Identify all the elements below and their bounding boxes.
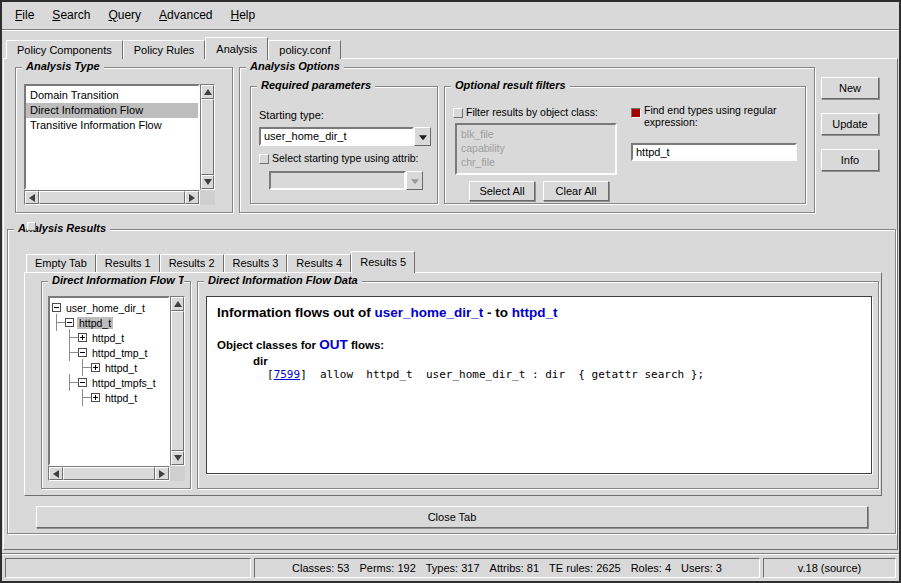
object-class-option: chr_file bbox=[457, 155, 615, 169]
flow-data-title: Direct Information Flow Data bbox=[204, 274, 362, 286]
scroll-up-icon[interactable] bbox=[201, 85, 214, 99]
flow-data-text[interactable]: Information flows out of user_home_dir_t… bbox=[206, 296, 872, 474]
filter-object-class-checkbox[interactable] bbox=[453, 108, 463, 118]
tab-policy-rules[interactable]: Policy Rules bbox=[123, 40, 206, 59]
analysis-type-option[interactable]: Domain Transition bbox=[26, 88, 198, 103]
close-tab-button[interactable]: Close Tab bbox=[36, 506, 868, 528]
status-stat: Perms: 192 bbox=[360, 562, 416, 574]
scrollbar-thumb[interactable] bbox=[63, 467, 155, 480]
analysis-type-list[interactable]: Domain TransitionDirect Information Flow… bbox=[24, 84, 200, 190]
scroll-up-icon[interactable] bbox=[171, 297, 184, 311]
tree-node-label[interactable]: httpd_t bbox=[103, 362, 139, 374]
object-class-option: blk_file bbox=[457, 127, 615, 141]
tab-policy-components[interactable]: Policy Components bbox=[6, 40, 123, 59]
scrollbar-track[interactable] bbox=[171, 311, 184, 451]
tree-node-label[interactable]: httpd_t bbox=[103, 392, 139, 404]
results-tab-results-2[interactable]: Results 2 bbox=[160, 254, 224, 272]
bottom-separator bbox=[2, 553, 899, 555]
tree-row[interactable]: httpd_t bbox=[50, 330, 168, 345]
menu-advanced[interactable]: Advanced bbox=[150, 4, 221, 26]
tree-row[interactable]: httpd_t bbox=[50, 390, 168, 405]
optional-filters-group: Optional result filters Filter results b… bbox=[444, 86, 806, 204]
tree-row[interactable]: httpd_tmpfs_t bbox=[50, 375, 168, 390]
new-button[interactable]: New bbox=[821, 77, 879, 99]
status-version: v.18 (source) bbox=[763, 558, 896, 578]
flow-data-group: Direct Information Flow Data Information… bbox=[197, 281, 879, 489]
plus-expander-icon[interactable] bbox=[78, 333, 87, 342]
pane-resize-handle[interactable] bbox=[27, 222, 36, 231]
minus-expander-icon[interactable] bbox=[78, 348, 87, 357]
scroll-down-icon[interactable] bbox=[201, 175, 214, 189]
object-class-name: dir bbox=[253, 355, 861, 367]
select-all-button[interactable]: Select All bbox=[469, 181, 535, 201]
status-stat: Users: 3 bbox=[681, 562, 722, 574]
scroll-right-icon[interactable] bbox=[155, 467, 169, 480]
minus-expander-icon[interactable] bbox=[65, 318, 74, 327]
plus-expander-icon[interactable] bbox=[91, 363, 100, 372]
flow-tree-group: Direct Information Flow T user_home_dir_… bbox=[41, 281, 191, 489]
tree-connector bbox=[65, 375, 78, 390]
rule-number-link[interactable]: 7599 bbox=[274, 368, 301, 381]
regex-checkbox[interactable] bbox=[631, 108, 641, 118]
analysis-type-hscrollbar[interactable] bbox=[24, 190, 200, 205]
scrollbar-thumb[interactable] bbox=[201, 99, 214, 175]
tree-row[interactable]: httpd_t bbox=[50, 360, 168, 375]
menu-help[interactable]: Help bbox=[221, 4, 264, 26]
analysis-type-option[interactable]: Direct Information Flow bbox=[26, 103, 198, 118]
menu-file[interactable]: File bbox=[6, 4, 43, 26]
apol-window: FileSearchQueryAdvancedHelp Policy Compo… bbox=[0, 0, 901, 583]
menu-query[interactable]: Query bbox=[99, 4, 150, 26]
analysis-type-option[interactable]: Transitive Information Flow bbox=[26, 118, 198, 133]
status-stat: Types: 317 bbox=[426, 562, 480, 574]
results-tab-results-5[interactable]: Results 5 bbox=[351, 251, 415, 273]
tree-node-label[interactable]: httpd_tmp_t bbox=[90, 347, 149, 359]
heading-mid: - to bbox=[483, 305, 512, 320]
info-button[interactable]: Info bbox=[821, 149, 879, 171]
scroll-left-icon[interactable] bbox=[49, 467, 63, 480]
scrollbar-track[interactable] bbox=[201, 99, 214, 175]
scroll-left-icon[interactable] bbox=[25, 191, 39, 204]
tab-policy-conf[interactable]: policy.conf bbox=[268, 40, 341, 59]
minus-expander-icon[interactable] bbox=[78, 378, 87, 387]
tab-analysis[interactable]: Analysis bbox=[205, 37, 268, 60]
clear-all-button[interactable]: Clear All bbox=[543, 181, 609, 201]
tree-row[interactable]: httpd_t bbox=[50, 315, 168, 330]
required-parameters-group: Required parameters Starting type: user_… bbox=[250, 86, 438, 204]
tree-node-label[interactable]: httpd_t bbox=[90, 332, 126, 344]
plus-expander-icon[interactable] bbox=[91, 393, 100, 402]
flow-heading: Information flows out of user_home_dir_t… bbox=[217, 305, 861, 320]
tree-node-label[interactable]: httpd_t bbox=[77, 317, 113, 329]
flow-tree-title: Direct Information Flow T bbox=[48, 274, 184, 286]
regex-input[interactable] bbox=[631, 143, 797, 161]
results-tab-results-4[interactable]: Results 4 bbox=[287, 254, 351, 272]
analysis-type-vscrollbar[interactable] bbox=[200, 84, 215, 190]
scroll-down-icon[interactable] bbox=[171, 451, 184, 465]
scrollbar-thumb[interactable] bbox=[171, 311, 184, 451]
scroll-right-icon[interactable] bbox=[185, 191, 199, 204]
chevron-down-icon[interactable] bbox=[414, 127, 431, 146]
results-tab-empty-tab[interactable]: Empty Tab bbox=[26, 254, 96, 272]
tree-hscrollbar[interactable] bbox=[48, 466, 170, 481]
minus-expander-icon[interactable] bbox=[52, 303, 61, 312]
scrollbar-thumb[interactable] bbox=[39, 191, 185, 204]
tree-node-label[interactable]: user_home_dir_t bbox=[64, 302, 147, 314]
tree-vscrollbar[interactable] bbox=[170, 296, 185, 466]
starting-type-value[interactable]: user_home_dir_t bbox=[259, 127, 414, 146]
tree-node-label[interactable]: httpd_tmpfs_t bbox=[90, 377, 158, 389]
menu-search[interactable]: Search bbox=[43, 4, 99, 26]
attrib-checkbox[interactable] bbox=[259, 154, 269, 164]
results-tab-bar: Empty TabResults 1Results 2Results 3Resu… bbox=[26, 250, 415, 272]
scrollbar-corner bbox=[170, 466, 185, 481]
starting-type-combobox[interactable]: user_home_dir_t bbox=[259, 127, 431, 146]
results-tab-results-3[interactable]: Results 3 bbox=[224, 254, 288, 272]
target-type: httpd_t bbox=[512, 305, 558, 320]
scrollbar-track[interactable] bbox=[63, 467, 155, 480]
scrollbar-track[interactable] bbox=[39, 191, 185, 204]
status-stat: Roles: 4 bbox=[631, 562, 671, 574]
tree-row[interactable]: httpd_tmp_t bbox=[50, 345, 168, 360]
flow-tree[interactable]: user_home_dir_thttpd_thttpd_thttpd_tmp_t… bbox=[48, 296, 170, 466]
results-tab-results-1[interactable]: Results 1 bbox=[96, 254, 160, 272]
optional-filters-title: Optional result filters bbox=[451, 79, 570, 91]
tree-row[interactable]: user_home_dir_t bbox=[50, 300, 168, 315]
update-button[interactable]: Update bbox=[821, 113, 879, 135]
